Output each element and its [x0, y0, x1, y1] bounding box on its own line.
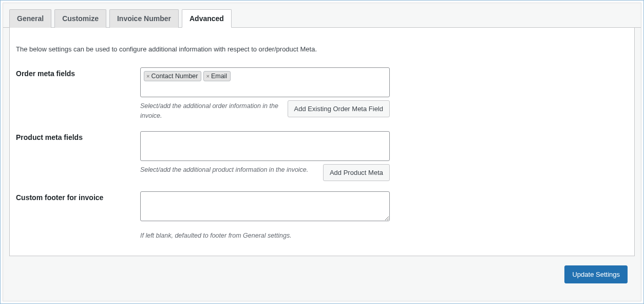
product-meta-input[interactable]	[140, 131, 390, 161]
row-order-meta: Order meta fields × Contact Number × Ema…	[10, 57, 634, 121]
order-meta-body: × Contact Number × Email Select/add the …	[140, 67, 390, 121]
tag-contact-number[interactable]: × Contact Number	[144, 71, 201, 81]
order-meta-label: Order meta fields	[16, 67, 140, 78]
custom-footer-textarea[interactable]	[140, 191, 390, 221]
order-meta-helper-row: Select/add the additional order informat…	[140, 100, 390, 121]
close-icon[interactable]: ×	[206, 73, 210, 79]
product-meta-body: Select/add the additional product inform…	[140, 131, 390, 181]
product-meta-helper: Select/add the additional product inform…	[140, 164, 308, 175]
tab-advanced[interactable]: Advanced	[182, 9, 232, 28]
custom-footer-label: Custom footer for invoice	[16, 191, 140, 202]
tag-email[interactable]: × Email	[203, 71, 231, 81]
row-custom-footer: Custom footer for invoice If left blank,…	[10, 181, 634, 241]
add-product-meta-button[interactable]: Add Product Meta	[323, 164, 390, 181]
settings-panel: General Customize Invoice Number Advance…	[3, 3, 641, 301]
panel-footer: Update Settings	[3, 256, 641, 293]
row-product-meta: Product meta fields Select/add the addit…	[10, 121, 634, 181]
order-meta-input[interactable]: × Contact Number × Email	[140, 67, 390, 97]
close-icon[interactable]: ×	[146, 73, 150, 79]
tab-customize[interactable]: Customize	[54, 9, 106, 28]
order-meta-helper: Select/add the additional order informat…	[140, 100, 281, 121]
tab-general[interactable]: General	[9, 9, 51, 28]
product-meta-helper-row: Select/add the additional product inform…	[140, 164, 390, 181]
tag-label: Email	[211, 73, 227, 80]
update-settings-button[interactable]: Update Settings	[564, 265, 628, 283]
tag-label: Contact Number	[151, 73, 198, 80]
tabs-nav: General Customize Invoice Number Advance…	[3, 3, 641, 28]
custom-footer-body: If left blank, defaulted to footer from …	[140, 191, 390, 241]
custom-footer-helper: If left blank, defaulted to footer from …	[140, 230, 390, 241]
add-order-meta-button[interactable]: Add Existing Order Meta Field	[288, 100, 390, 117]
intro-text: The below settings can be used to config…	[10, 38, 634, 57]
tab-content: The below settings can be used to config…	[9, 28, 635, 256]
outer-frame: General Customize Invoice Number Advance…	[0, 0, 644, 304]
tab-invoice-number[interactable]: Invoice Number	[109, 9, 179, 28]
product-meta-label: Product meta fields	[16, 131, 140, 141]
